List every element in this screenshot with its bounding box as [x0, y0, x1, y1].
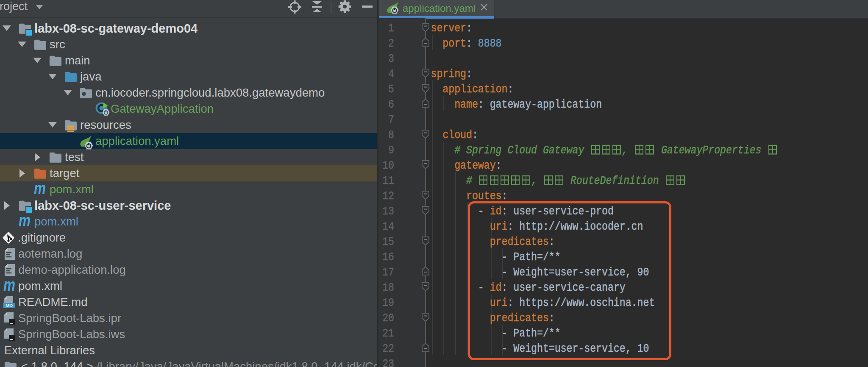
svg-text:m: m: [3, 280, 15, 294]
svg-text:MD: MD: [6, 303, 13, 308]
svg-text:m: m: [34, 183, 46, 197]
svg-text:m: m: [19, 215, 31, 229]
